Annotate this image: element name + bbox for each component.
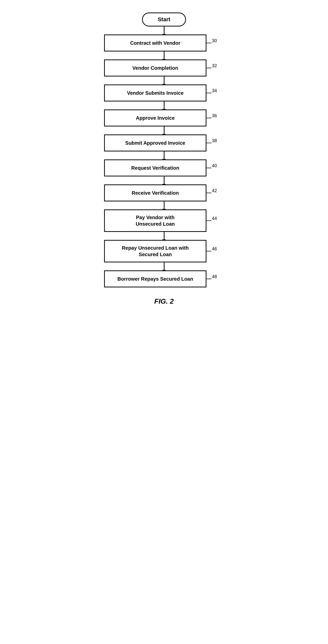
step-48-box: Borrower Repays Secured Loan — [104, 270, 206, 288]
tick-line-4 — [206, 143, 211, 143]
step-30-number: 30 — [212, 38, 217, 44]
tick-line-5 — [206, 168, 211, 168]
steps-wrapper: Contract with Vendor30Vendor Completion3… — [104, 26, 224, 288]
tick-line-3 — [206, 118, 211, 118]
flow-arrow-5 — [164, 152, 164, 160]
flow-arrow-4 — [164, 126, 164, 134]
step-42-box: Receive Verification — [104, 184, 206, 202]
step-row: Contract with Vendor30 — [104, 34, 224, 52]
step-row: Approve Invoice36 — [104, 110, 224, 126]
tick-line-2 — [206, 93, 211, 93]
step-row: Repay Unsecured Loan withSecured Loan46 — [104, 240, 224, 262]
tick-line-0 — [206, 43, 211, 43]
step-row: Borrower Repays Secured Loan48 — [104, 270, 224, 288]
tick-line-8 — [206, 251, 211, 252]
step-32-number: 32 — [212, 63, 217, 68]
flow-arrow-3 — [164, 102, 164, 110]
tick-line-7 — [206, 220, 211, 221]
step-30-box: Contract with Vendor — [104, 34, 206, 52]
step-row: Submit Approved Invoice38 — [104, 134, 224, 152]
tick-line-1 — [206, 68, 211, 68]
step-40-box: Request Verification — [104, 160, 206, 176]
step-row: Vendor Submits Invoice34 — [104, 84, 224, 102]
flow-arrow-0 — [164, 26, 164, 34]
tick-line-9 — [206, 279, 211, 279]
flow-arrow-9 — [164, 262, 164, 270]
step-44-box: Pay Vendor withUnsecured Loan — [104, 210, 206, 232]
step-34-box: Vendor Submits Invoice — [104, 84, 206, 102]
step-46-number: 46 — [212, 246, 217, 252]
step-44-number: 44 — [212, 216, 217, 221]
step-row: Vendor Completion32 — [104, 60, 224, 76]
step-38-number: 38 — [212, 138, 217, 144]
tick-line-6 — [206, 193, 211, 193]
step-36-number: 36 — [212, 113, 217, 118]
step-46-box: Repay Unsecured Loan withSecured Loan — [104, 240, 206, 262]
step-38-box: Submit Approved Invoice — [104, 134, 206, 152]
diagram-container: Start Contract with Vendor30Vendor Compl… — [99, 5, 229, 316]
step-34-number: 34 — [212, 88, 217, 94]
flow-arrow-2 — [164, 76, 164, 84]
flow-arrow-1 — [164, 52, 164, 60]
start-node: Start — [142, 12, 186, 26]
step-32-box: Vendor Completion — [104, 60, 206, 76]
step-36-box: Approve Invoice — [104, 110, 206, 126]
flow-arrow-6 — [164, 176, 164, 184]
step-row: Pay Vendor withUnsecured Loan44 — [104, 210, 224, 232]
flow-arrow-8 — [164, 232, 164, 240]
step-row: Request Verification40 — [104, 160, 224, 176]
step-42-number: 42 — [212, 188, 217, 194]
step-40-number: 40 — [212, 163, 217, 168]
step-48-number: 48 — [212, 274, 217, 280]
flow-arrow-7 — [164, 202, 164, 210]
step-row: Receive Verification42 — [104, 184, 224, 202]
figure-label: FIG. 2 — [154, 298, 174, 306]
